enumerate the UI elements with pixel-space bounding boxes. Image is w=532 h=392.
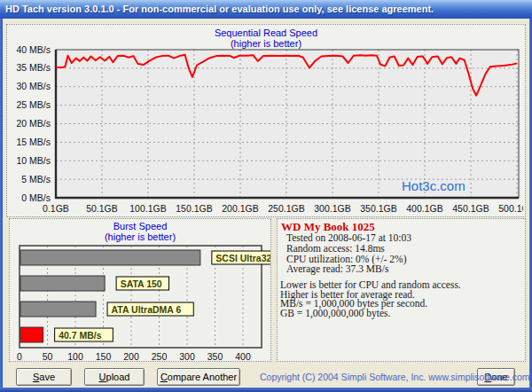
- svg-text:300: 300: [179, 351, 195, 360]
- svg-text:40.7 MB/s: 40.7 MB/s: [59, 330, 102, 341]
- legend-notes: Lower is better for CPU and random acces…: [280, 280, 461, 318]
- svg-text:25 MB/s: 25 MB/s: [16, 99, 51, 110]
- svg-text:15 MB/s: 15 MB/s: [16, 137, 51, 147]
- svg-text:0: 0: [17, 351, 22, 360]
- svg-text:150: 150: [96, 351, 112, 360]
- svg-text:100.1GB: 100.1GB: [129, 203, 166, 214]
- svg-text:40 MB/s: 40 MB/s: [16, 45, 51, 55]
- svg-text:ATA UltraDMA 6: ATA UltraDMA 6: [112, 304, 182, 315]
- svg-text:20 MB/s: 20 MB/s: [16, 118, 51, 129]
- svg-text:5 MB/s: 5 MB/s: [21, 174, 51, 184]
- window-title: HD Tach version 3.0.1.0 - For non-commer…: [5, 4, 434, 14]
- svg-text:50: 50: [43, 351, 53, 360]
- burst-chart-title: Burst Speed: [9, 221, 271, 231]
- drive-stats: Tested on 2008-06-17 at 10:03 Random acc…: [286, 233, 411, 275]
- svg-text:0 MB/s: 0 MB/s: [21, 192, 51, 203]
- compare-another-drive-button[interactable]: Compare Another Drive: [157, 368, 240, 386]
- sequential-chart-title: Sequential Read Speed: [0, 27, 532, 38]
- burst-speed-chart: SCSI Ultra320SATA 150ATA UltraDMA 640.7 …: [12, 239, 270, 360]
- svg-text:30 MB/s: 30 MB/s: [16, 81, 51, 91]
- svg-text:300.1GB: 300.1GB: [314, 203, 350, 214]
- window-frame-left: [0, 0, 3, 392]
- svg-text:250: 250: [152, 351, 168, 360]
- svg-text:400: 400: [235, 351, 251, 360]
- copyright-text: Copyright (C) 2004 Simpli Software, Inc.…: [260, 372, 530, 382]
- svg-text:200: 200: [123, 351, 139, 360]
- watermark-text: Hot3c.com: [402, 178, 466, 193]
- svg-text:SCSI Ultra320: SCSI Ultra320: [215, 253, 270, 263]
- svg-text:0.1GB: 0.1GB: [43, 203, 69, 214]
- window-frame-bottom: [0, 388, 532, 392]
- upload-results-button[interactable]: Upload Results: [84, 368, 145, 386]
- svg-text:150.1GB: 150.1GB: [176, 203, 212, 214]
- svg-text:SATA 150: SATA 150: [121, 278, 162, 289]
- svg-text:10 MB/s: 10 MB/s: [16, 155, 51, 166]
- svg-text:450.1GB: 450.1GB: [452, 203, 489, 214]
- svg-text:200.1GB: 200.1GB: [222, 203, 258, 214]
- note-lower-better: Lower is better for CPU and random acces…: [280, 280, 461, 290]
- svg-text:250.1GB: 250.1GB: [268, 203, 304, 214]
- svg-text:400.1GB: 400.1GB: [406, 203, 442, 214]
- svg-text:100: 100: [67, 351, 83, 360]
- stat-random-access: Random access: 14.8ms: [286, 244, 411, 255]
- svg-text:350.1GB: 350.1GB: [360, 203, 396, 214]
- stat-average-read: Average read: 37.3 MB/s: [286, 264, 411, 275]
- svg-text:350: 350: [207, 351, 223, 360]
- svg-text:50.1GB: 50.1GB: [86, 203, 118, 214]
- title-bar[interactable]: HD Tach version 3.0.1.0 - For non-commer…: [0, 0, 532, 19]
- save-results-button[interactable]: Save Results: [16, 368, 72, 386]
- note-gb-definition: GB = 1,000,000,000 bytes.: [280, 309, 461, 318]
- svg-text:500.1GB: 500.1GB: [498, 203, 523, 214]
- svg-text:35 MB/s: 35 MB/s: [16, 62, 51, 73]
